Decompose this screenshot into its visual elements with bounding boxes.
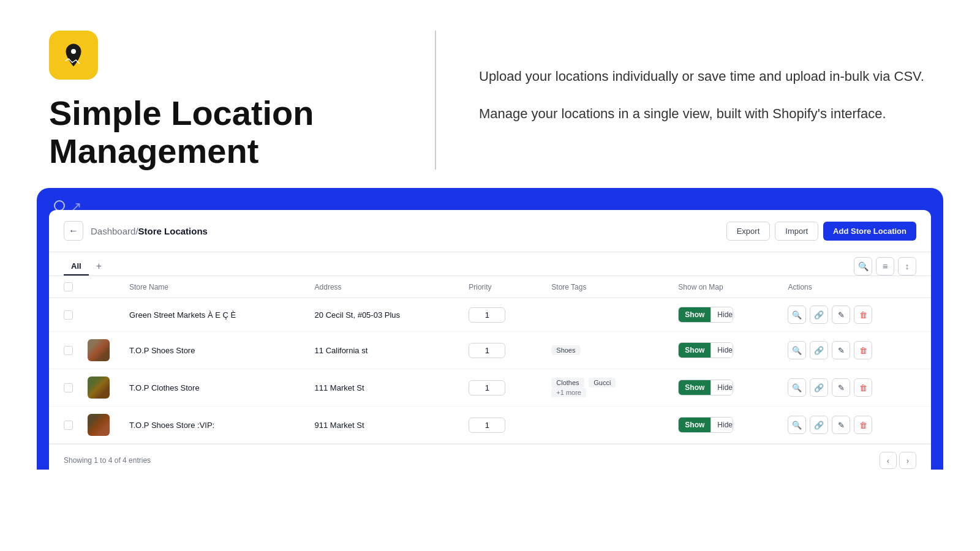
tag-gucci: Gucci bbox=[589, 378, 616, 388]
row-priority-cell bbox=[459, 407, 541, 444]
row-store-name: T.O.P Shoes Store bbox=[119, 332, 305, 369]
divider bbox=[435, 31, 436, 170]
link-action-4[interactable]: 🔗 bbox=[810, 416, 828, 434]
tabs-bar: All + 🔍 ≡ ↕ bbox=[49, 252, 931, 276]
row-2-checkbox[interactable] bbox=[64, 346, 73, 355]
delete-action-1[interactable]: 🗑 bbox=[854, 305, 872, 324]
action-icons-2: 🔍 🔗 ✎ 🗑 bbox=[788, 341, 921, 359]
filter-icon-button[interactable]: ≡ bbox=[876, 257, 894, 276]
show-button-3[interactable]: Show bbox=[679, 380, 710, 395]
pagination: ‹ › bbox=[880, 452, 916, 469]
col-address: Address bbox=[305, 276, 459, 298]
table-row: T.O.P Shoes Store 11 California st Shoes… bbox=[49, 332, 931, 369]
row-actions-cell: 🔍 🔗 ✎ 🗑 bbox=[778, 332, 931, 369]
prev-page-button[interactable]: ‹ bbox=[880, 452, 897, 469]
priority-input-3[interactable] bbox=[469, 380, 505, 395]
row-show-on-map-cell: Show Hide bbox=[668, 369, 778, 407]
row-4-checkbox[interactable] bbox=[64, 421, 73, 430]
priority-input-4[interactable] bbox=[469, 418, 505, 433]
row-tags-cell: Shoes bbox=[541, 332, 668, 369]
col-priority: Priority bbox=[459, 276, 541, 298]
table-row: Green Street Markets À E Ç È 20 Cecil St… bbox=[49, 298, 931, 332]
back-button[interactable]: ← bbox=[64, 221, 83, 241]
show-button-1[interactable]: Show bbox=[679, 307, 710, 322]
breadcrumb-prefix: Dashboard/ bbox=[91, 226, 138, 236]
tag-more: +1 more bbox=[551, 388, 586, 397]
hide-button-4[interactable]: Hide bbox=[710, 418, 733, 432]
delete-action-4[interactable]: 🗑 bbox=[854, 416, 872, 434]
show-hide-group-3: Show Hide bbox=[678, 380, 733, 395]
row-tags-cell bbox=[541, 298, 668, 332]
row-priority-cell bbox=[459, 298, 541, 332]
edit-action-1[interactable]: ✎ bbox=[832, 305, 850, 324]
left-hero: Simple Location Management bbox=[49, 31, 392, 170]
breadcrumb-current: Store Locations bbox=[138, 226, 208, 236]
row-1-checkbox[interactable] bbox=[64, 310, 73, 320]
store-locations-table: Store Name Address Priority Store Tags S… bbox=[49, 276, 931, 444]
search-icon-button[interactable]: 🔍 bbox=[854, 257, 872, 276]
row-checkbox-cell bbox=[49, 369, 78, 407]
delete-action-3[interactable]: 🗑 bbox=[854, 378, 872, 397]
edit-action-3[interactable]: ✎ bbox=[832, 378, 850, 397]
tab-add-button[interactable]: + bbox=[91, 257, 107, 276]
row-priority-cell bbox=[459, 369, 541, 407]
action-icons-1: 🔍 🔗 ✎ 🗑 bbox=[788, 305, 921, 324]
row-store-name: T.O.P Shoes Store :VIP: bbox=[119, 407, 305, 444]
card-header: ← Dashboard/Store Locations Export Impor… bbox=[49, 210, 931, 252]
action-icons-3: 🔍 🔗 ✎ 🗑 bbox=[788, 378, 921, 397]
edit-action-4[interactable]: ✎ bbox=[832, 416, 850, 434]
hide-button-3[interactable]: Hide bbox=[710, 380, 733, 395]
show-button-4[interactable]: Show bbox=[679, 418, 710, 432]
search-action-3[interactable]: 🔍 bbox=[788, 378, 806, 397]
search-action-2[interactable]: 🔍 bbox=[788, 341, 806, 359]
link-action-3[interactable]: 🔗 bbox=[810, 378, 828, 397]
link-action-1[interactable]: 🔗 bbox=[810, 305, 828, 324]
row-show-on-map-cell: Show Hide bbox=[668, 298, 778, 332]
tab-all[interactable]: All bbox=[64, 258, 89, 276]
col-tags: Store Tags bbox=[541, 276, 668, 298]
col-thumb bbox=[78, 276, 119, 298]
row-store-name: Green Street Markets À E Ç È bbox=[119, 298, 305, 332]
row-thumb-cell bbox=[78, 298, 119, 332]
delete-action-2[interactable]: 🗑 bbox=[854, 341, 872, 359]
store-thumbnail-3 bbox=[88, 377, 110, 399]
hide-button-2[interactable]: Hide bbox=[710, 343, 733, 358]
sort-icon-button[interactable]: ↕ bbox=[898, 257, 916, 276]
action-icons-4: 🔍 🔗 ✎ 🗑 bbox=[788, 416, 921, 434]
hero-title: Simple Location Management bbox=[49, 94, 392, 170]
row-checkbox-cell bbox=[49, 332, 78, 369]
show-button-2[interactable]: Show bbox=[679, 343, 710, 358]
search-action-1[interactable]: 🔍 bbox=[788, 305, 806, 324]
search-action-4[interactable]: 🔍 bbox=[788, 416, 806, 434]
row-store-name: T.O.P Clothes Store bbox=[119, 369, 305, 407]
row-thumb-cell bbox=[78, 407, 119, 444]
col-checkbox bbox=[49, 276, 78, 298]
row-checkbox-cell bbox=[49, 407, 78, 444]
browser-mockup: ↗ ← Dashboard/Store Locations Export Imp… bbox=[37, 188, 943, 470]
edit-action-2[interactable]: ✎ bbox=[832, 341, 850, 359]
hide-button-1[interactable]: Hide bbox=[710, 307, 733, 322]
next-page-button[interactable]: › bbox=[899, 452, 916, 469]
svg-point-0 bbox=[71, 49, 76, 54]
table-header-row: Store Name Address Priority Store Tags S… bbox=[49, 276, 931, 298]
import-button[interactable]: Import bbox=[775, 222, 818, 241]
priority-input-1[interactable] bbox=[469, 307, 505, 323]
row-3-checkbox[interactable] bbox=[64, 383, 73, 392]
tag-clothes: Clothes bbox=[551, 378, 584, 388]
table-container: Store Name Address Priority Store Tags S… bbox=[49, 276, 931, 444]
export-button[interactable]: Export bbox=[726, 222, 771, 241]
priority-input-2[interactable] bbox=[469, 343, 505, 358]
description-2: Manage your locations in a single view, … bbox=[479, 103, 931, 124]
header-checkbox[interactable] bbox=[64, 282, 73, 291]
col-show-on-map: Show on Map bbox=[668, 276, 778, 298]
right-description: Upload your locations individually or sa… bbox=[479, 31, 931, 170]
tag-shoes: Shoes bbox=[551, 345, 580, 355]
header-actions: Export Import Add Store Location bbox=[726, 222, 916, 241]
inner-card: ← Dashboard/Store Locations Export Impor… bbox=[49, 210, 931, 479]
breadcrumb: Dashboard/Store Locations bbox=[91, 226, 208, 236]
store-thumbnail-2 bbox=[88, 339, 110, 361]
table-row: T.O.P Clothes Store 111 Market St Clothe… bbox=[49, 369, 931, 407]
show-hide-group-2: Show Hide bbox=[678, 342, 733, 358]
link-action-2[interactable]: 🔗 bbox=[810, 341, 828, 359]
add-store-location-button[interactable]: Add Store Location bbox=[823, 222, 916, 241]
